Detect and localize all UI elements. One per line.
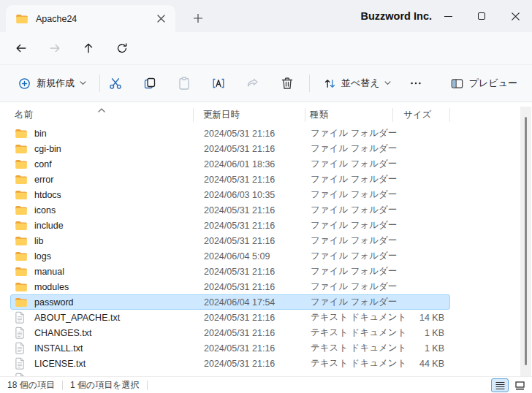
file-type: ファイル フォルダー — [306, 250, 394, 262]
column-header-date[interactable]: 更新日時 — [194, 108, 305, 122]
trash-icon — [280, 76, 294, 91]
file-name: icons — [34, 205, 56, 215]
file-row[interactable]: INSTALL.txt2024/05/31 21:16テキスト ドキュメント1 … — [10, 340, 450, 356]
tab-close-icon[interactable] — [152, 10, 170, 28]
copy-button[interactable] — [137, 70, 163, 96]
text-file-icon — [15, 327, 28, 339]
file-row[interactable]: ABOUT_APACHE.txt2024/05/31 21:16テキスト ドキュ… — [10, 310, 450, 325]
file-date: 2024/05/31 21:16 — [194, 282, 306, 292]
preview-label: プレビュー — [469, 77, 517, 90]
scrollbar-thumb[interactable] — [525, 117, 527, 365]
more-options-button[interactable] — [404, 72, 428, 95]
refresh-icon — [115, 42, 129, 55]
folder-icon — [15, 158, 28, 170]
file-row[interactable]: CHANGES.txt2024/05/31 21:16テキスト ドキュメント1 … — [10, 325, 450, 340]
new-item-button[interactable]: 新規作成 — [15, 73, 89, 94]
maximize-button[interactable] — [465, 0, 498, 32]
view-toggles — [491, 378, 528, 392]
folder-icon — [15, 265, 28, 278]
file-name: logs — [34, 251, 51, 262]
file-date: 2024/05/31 21:16 — [194, 236, 306, 246]
file-row[interactable]: include2024/05/31 21:16ファイル フォルダー — [10, 218, 450, 233]
file-type: ファイル フォルダー — [306, 173, 394, 186]
chevron-down-icon — [384, 81, 391, 85]
close-button[interactable] — [498, 0, 532, 32]
file-type: テキスト ドキュメント — [306, 327, 394, 339]
up-button[interactable] — [77, 37, 100, 60]
file-name: CHANGES.txt — [34, 328, 92, 338]
file-name: error — [34, 175, 53, 185]
folder-icon — [15, 13, 28, 24]
file-type: ファイル フォルダー — [306, 234, 394, 247]
file-row[interactable]: conf2024/06/01 18:36ファイル フォルダー — [10, 156, 450, 172]
file-name: htdocs — [34, 190, 61, 200]
column-header-name[interactable]: 名前 — [10, 108, 194, 122]
column-header-size[interactable]: サイズ — [393, 108, 450, 122]
file-row[interactable]: manual2024/05/31 21:16ファイル フォルダー — [10, 264, 450, 279]
file-name: include — [34, 221, 64, 231]
clipboard-paste-icon — [177, 76, 191, 91]
column-headers: 名前 更新日時 種類 サイズ — [10, 107, 450, 123]
refresh-button[interactable] — [110, 37, 134, 60]
sort-button[interactable]: 並べ替え — [320, 73, 394, 94]
sort-arrows-icon — [323, 77, 337, 91]
file-date: 2024/05/31 21:16 — [194, 144, 306, 154]
folder-icon — [15, 142, 28, 155]
details-view-button[interactable] — [491, 378, 509, 392]
file-size: 14 KB — [394, 313, 450, 323]
file-date: 2024/05/31 21:16 — [194, 175, 306, 185]
file-type: ファイル フォルダー — [306, 296, 394, 308]
text-file-icon — [15, 357, 28, 370]
file-size: 1 KB — [394, 328, 450, 338]
arrow-left-icon — [15, 42, 28, 55]
details-view-icon — [495, 381, 505, 390]
file-name: ABOUT_APACHE.txt — [34, 313, 120, 323]
vertical-scrollbar[interactable] — [520, 107, 531, 376]
file-row[interactable]: logs2024/06/04 5:09ファイル フォルダー — [10, 248, 450, 264]
file-type: ファイル フォルダー — [306, 142, 394, 155]
file-row[interactable]: bin2024/05/31 21:16ファイル フォルダー — [10, 126, 450, 141]
folder-icon — [15, 234, 28, 247]
file-row[interactable]: error2024/05/31 21:16ファイル フォルダー — [10, 172, 450, 187]
sort-label: 並べ替え — [341, 77, 380, 90]
file-row[interactable]: LICENSE.txt2024/05/31 21:16テキスト ドキュメント44… — [10, 356, 450, 371]
rename-icon — [211, 76, 226, 91]
back-button[interactable] — [10, 37, 33, 60]
file-type: テキスト ドキュメント — [306, 342, 394, 354]
explorer-window: Apache24 Buzzword Inc. — [0, 0, 532, 393]
file-row[interactable]: icons2024/05/31 21:16ファイル フォルダー — [10, 202, 450, 218]
folder-icon — [15, 188, 28, 201]
file-row[interactable]: htdocs2024/06/03 10:35ファイル フォルダー — [10, 187, 450, 202]
column-header-type[interactable]: 種類 — [305, 108, 393, 122]
file-date: 2024/05/31 21:16 — [194, 129, 306, 139]
forward-button[interactable] — [43, 37, 66, 60]
file-row-partial[interactable] — [10, 371, 450, 376]
file-name-cell: htdocs — [11, 188, 194, 201]
window-controls — [431, 0, 532, 32]
file-type: ファイル フォルダー — [306, 204, 394, 216]
share-button[interactable] — [240, 70, 266, 96]
file-name: INSTALL.txt — [34, 343, 83, 354]
file-name: bin — [34, 129, 47, 139]
content-view-icon — [515, 381, 525, 390]
file-row[interactable]: password2024/06/04 17:54ファイル フォルダー — [10, 294, 450, 310]
file-date: 2024/06/04 17:54 — [194, 297, 306, 308]
file-row[interactable]: lib2024/05/31 21:16ファイル フォルダー — [10, 233, 450, 248]
content-view-button[interactable] — [511, 378, 528, 392]
file-date: 2024/05/31 21:16 — [194, 267, 306, 277]
file-row[interactable]: modules2024/05/31 21:16ファイル フォルダー — [10, 279, 450, 294]
cut-button[interactable] — [102, 70, 129, 96]
paste-button[interactable] — [171, 70, 197, 96]
scissors-icon — [108, 76, 123, 91]
tab-apache24[interactable]: Apache24 — [6, 5, 175, 32]
rename-button[interactable] — [205, 70, 232, 96]
selected-count: 1 個の項目を選択 — [70, 379, 140, 392]
file-type: ファイル フォルダー — [306, 188, 394, 201]
delete-button[interactable] — [274, 70, 300, 96]
minimize-button[interactable] — [431, 0, 465, 32]
new-tab-button[interactable] — [189, 9, 208, 28]
ellipsis-icon — [409, 77, 422, 90]
preview-button[interactable]: プレビュー — [447, 73, 520, 94]
folder-icon — [15, 127, 28, 140]
file-row[interactable]: cgi-bin2024/05/31 21:16ファイル フォルダー — [10, 141, 450, 156]
